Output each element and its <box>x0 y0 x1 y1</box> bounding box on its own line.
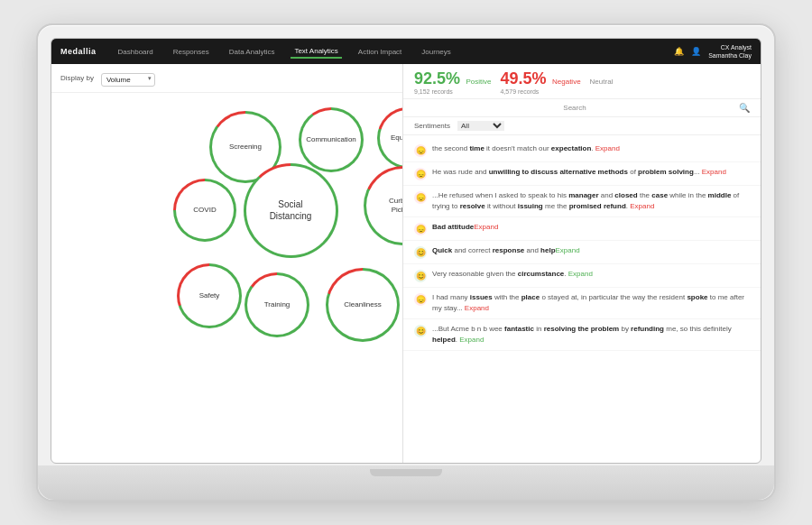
positive-label: Positive <box>466 78 492 86</box>
comment-item: 😊...But Acme b n b wee fantastic in reso… <box>403 319 761 351</box>
comment-sentiment-icon: 😞 <box>414 144 427 157</box>
laptop-base <box>38 465 774 500</box>
search-label: Search <box>414 104 735 112</box>
comment-text: Very reasonable given the circumstance. … <box>432 269 593 280</box>
comment-item: 😊Quick and correct response and helpExpa… <box>403 241 761 264</box>
bubble-equipment[interactable]: Equipment <box>377 107 402 169</box>
bubble-label-safety: Safety <box>180 266 239 326</box>
negative-records: 4,579 records <box>501 88 581 95</box>
navbar: Medallia Dashboard Responses Data Analyt… <box>51 39 761 64</box>
bubble-safety[interactable]: Safety <box>177 263 242 328</box>
nav-data-analytics[interactable]: Data Analytics <box>226 46 279 58</box>
comment-text: ...He refused when I asked to speak to h… <box>432 190 750 212</box>
nav-responses[interactable]: Responses <box>170 46 213 58</box>
stats-bar: 92.5% Positive 9,152 records 49.5% Negat… <box>403 64 761 99</box>
comment-item: 😊Very reasonable given the circumstance.… <box>403 264 761 288</box>
expand-link[interactable]: Expand <box>568 270 593 278</box>
bubble-label-equipment: Equipment <box>380 110 402 166</box>
expand-link[interactable]: Expand <box>595 144 620 152</box>
negative-label: Negative <box>552 78 581 86</box>
user-info: CX Analyst Samantha Clay <box>708 43 752 60</box>
comment-item: 😞He was rude and unwilling to discuss al… <box>403 162 761 186</box>
comment-sentiment-icon: 😞 <box>414 191 427 204</box>
neutral-label: Neutral <box>590 78 614 86</box>
laptop-notch <box>370 469 442 476</box>
bubble-label-communication: Communication <box>301 110 361 170</box>
comment-text: the second time it doesn't match our exp… <box>432 143 620 154</box>
expand-link[interactable]: Expand <box>474 223 498 231</box>
bubble-social-distancing[interactable]: Social Distancing <box>244 163 338 258</box>
right-panel: 92.5% Positive 9,152 records 49.5% Negat… <box>403 64 761 463</box>
comment-sentiment-icon: 😞 <box>414 293 427 306</box>
nav-action-impact[interactable]: Action Impact <box>355 46 405 58</box>
display-by-bar: Display by Volume Sentiment <box>51 64 402 93</box>
comment-sentiment-icon: 😊 <box>414 246 427 259</box>
expand-link[interactable]: Expand <box>465 304 489 312</box>
user-name: Samantha Clay <box>708 51 752 60</box>
laptop-shell: Medallia Dashboard Responses Data Analyt… <box>36 23 776 502</box>
brand-logo: Medallia <box>60 47 97 56</box>
expand-link[interactable]: Expand <box>630 202 654 210</box>
comment-text: Quick and correct response and helpExpan… <box>432 245 580 256</box>
main-content: Display by Volume Sentiment ScreeningCom… <box>51 64 761 463</box>
display-by-select-wrapper: Volume Sentiment <box>101 69 155 87</box>
comment-text: Bad attitudeExpand <box>432 222 498 233</box>
nav-text-analytics[interactable]: Text Analytics <box>291 45 341 59</box>
sentiments-label: Sentiments <box>414 122 450 130</box>
comment-sentiment-icon: 😊 <box>414 270 427 282</box>
bubble-training[interactable]: Training <box>245 272 309 337</box>
negative-pct: 49.5% <box>501 69 547 88</box>
sentiments-bar: Sentiments All Positive Negative Neutral <box>403 117 761 135</box>
bubble-chart: ScreeningCommunicationEquipmentCOVIDSoci… <box>51 93 402 463</box>
negative-stat: 49.5% Negative 4,579 records <box>501 69 581 95</box>
nav-journeys[interactable]: Journeys <box>418 46 454 58</box>
bubble-label-covid: COVID <box>176 181 234 239</box>
search-icon[interactable]: 🔍 <box>739 103 750 113</box>
bell-icon[interactable]: 🔔 <box>674 47 684 56</box>
left-panel: Display by Volume Sentiment ScreeningCom… <box>51 64 403 463</box>
comment-sentiment-icon: 😞 <box>414 223 427 235</box>
navbar-right: 🔔 👤 CX Analyst Samantha Clay <box>674 43 752 60</box>
bubble-cleanliness[interactable]: Cleanliness <box>326 268 400 342</box>
bubble-communication[interactable]: Communication <box>299 107 364 172</box>
laptop-screen: Medallia Dashboard Responses Data Analyt… <box>51 38 761 464</box>
comment-item: 😞Bad attitudeExpand <box>403 217 761 241</box>
comment-text: I had many issues with the place o staye… <box>432 292 750 314</box>
bubble-covid[interactable]: COVID <box>173 179 236 242</box>
bubble-curbside-pickup[interactable]: Curbside Pick-up <box>364 166 402 245</box>
comment-item: 😞...He refused when I asked to speak to … <box>403 186 761 217</box>
person-icon[interactable]: 👤 <box>691 47 701 56</box>
comment-list: 😞the second time it doesn't match our ex… <box>403 135 761 463</box>
expand-link[interactable]: Expand <box>556 246 580 254</box>
comment-sentiment-icon: 😞 <box>414 168 427 180</box>
expand-link[interactable]: Expand <box>459 336 484 344</box>
expand-link[interactable]: Expand <box>702 168 726 176</box>
bubble-label-training: Training <box>247 275 307 335</box>
comment-sentiment-icon: 😊 <box>414 325 427 337</box>
comment-text: He was rude and unwilling to discuss alt… <box>432 167 726 178</box>
positive-stat: 92.5% Positive 9,152 records <box>414 69 492 95</box>
search-bar: Search 🔍 <box>403 99 761 117</box>
sentiments-select[interactable]: All Positive Negative Neutral <box>457 121 504 131</box>
bubble-label-curbside-pickup: Curbside Pick-up <box>366 169 402 243</box>
comment-item: 😞I had many issues with the place o stay… <box>403 288 761 319</box>
display-by-label: Display by <box>60 74 94 82</box>
comment-item: 😞the second time it doesn't match our ex… <box>403 139 761 162</box>
positive-pct: 92.5% <box>414 69 460 88</box>
positive-records: 9,152 records <box>414 88 492 95</box>
display-by-select[interactable]: Volume Sentiment <box>101 73 155 87</box>
bubble-label-cleanliness: Cleanliness <box>328 271 397 339</box>
comment-text: ...But Acme b n b wee fantastic in resol… <box>432 324 750 345</box>
user-role: CX Analyst <box>708 43 752 51</box>
nav-dashboard[interactable]: Dashboard <box>115 46 157 58</box>
bubble-label-social-distancing: Social Distancing <box>246 166 336 255</box>
